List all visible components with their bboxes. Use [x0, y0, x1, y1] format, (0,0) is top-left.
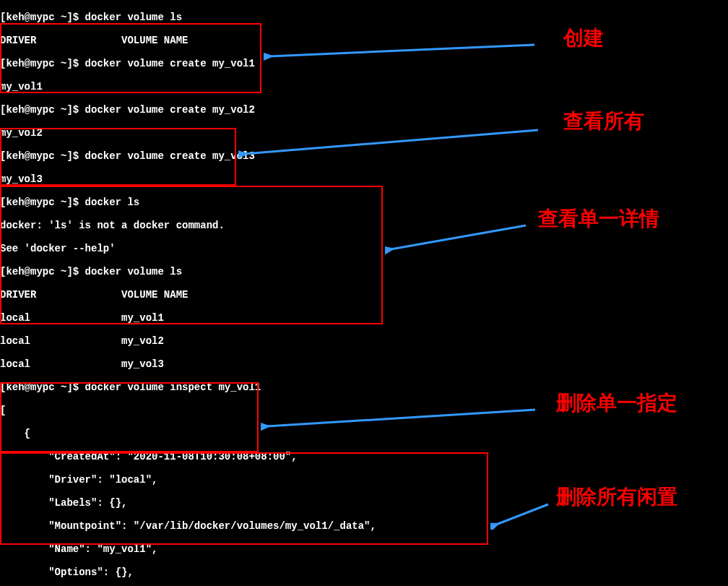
line: [keh@mypc ~]$ docker volume ls: [0, 12, 728, 23]
line: [keh@mypc ~]$ docker volume create my_vo…: [0, 150, 728, 162]
line: "Options": {},: [0, 566, 728, 578]
line: DRIVER VOLUME NAME: [0, 289, 728, 301]
line: See 'docker --help': [0, 243, 728, 254]
line: my_vol1: [0, 81, 728, 92]
line: DRIVER VOLUME NAME: [0, 35, 728, 46]
line: local my_vol1: [0, 312, 728, 324]
line: "Name": "my_vol1",: [0, 543, 728, 555]
line: "CreatedAt": "2020-11-08T10:30:08+08:00"…: [0, 451, 728, 462]
line: [keh@mypc ~]$ docker ls: [0, 197, 728, 208]
line: {: [0, 428, 728, 439]
line: local my_vol2: [0, 335, 728, 347]
line: "Driver": "local",: [0, 474, 728, 486]
line: "Mountpoint": "/var/lib/docker/volumes/m…: [0, 520, 728, 532]
annotation-prune: 删除所有闲置: [556, 491, 677, 503]
line: [keh@mypc ~]$ docker volume ls: [0, 266, 728, 277]
line: [keh@mypc ~]$ docker volume create my_vo…: [0, 58, 728, 69]
annotation-remove-one: 删除单一指定: [556, 397, 677, 409]
line: my_vol3: [0, 173, 728, 185]
annotation-list-all: 查看所有: [563, 116, 644, 127]
line: local my_vol3: [0, 358, 728, 370]
annotation-inspect: 查看单一详情: [538, 213, 659, 225]
annotation-create: 创建: [563, 33, 604, 44]
